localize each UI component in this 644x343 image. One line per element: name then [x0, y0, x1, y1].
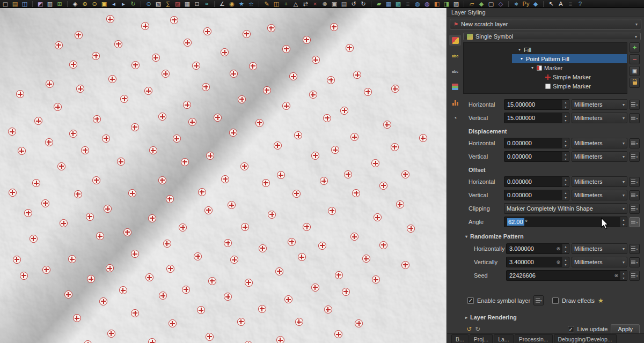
tab-project[interactable]: Proj... [470, 334, 493, 343]
cut-features-icon[interactable]: ⊗ [321, 1, 328, 8]
new-shapefile-icon[interactable]: ▱ [468, 1, 475, 8]
unit-dropdown[interactable]: Millimeters▾ [572, 257, 627, 267]
plugin-manager-icon[interactable]: ◆ [532, 1, 539, 8]
add-mesh-layer-icon[interactable]: ▩ [394, 1, 402, 8]
section-layer-rendering[interactable]: ▸ Layer Rendering [465, 314, 640, 320]
new-project-icon[interactable]: ▢ [2, 1, 9, 8]
masks-tab[interactable]: abc [449, 66, 461, 77]
spin-arrows[interactable]: ▴▾ [562, 100, 569, 109]
new-virtual-layer-icon[interactable]: ◇ [497, 1, 504, 8]
pan-map-icon[interactable]: ◈ [71, 1, 79, 8]
data-source-manager-icon[interactable]: ⊞ [56, 1, 63, 8]
data-defined-override-button[interactable]: ▾ [630, 190, 640, 200]
new-scratch-layer-icon[interactable]: ▢ [487, 1, 495, 8]
data-defined-override-button[interactable]: ▾ [630, 177, 640, 187]
spin-arrows[interactable]: ▴▾ [562, 152, 569, 161]
undo-style-icon[interactable]: ↺ [466, 325, 472, 333]
tab-processing[interactable]: Processin... [515, 334, 553, 343]
python-console-icon[interactable]: Py [522, 1, 530, 8]
seed-spinbox[interactable]: 22426606 ⊗ ▴▾ [506, 270, 627, 281]
add-symbol-layer-button[interactable]: + [630, 42, 640, 53]
zoom-last-icon[interactable]: ◂ [110, 1, 118, 8]
tab-layers[interactable]: La... [494, 334, 513, 343]
add-delimited-text-icon[interactable]: ≡ [404, 1, 412, 8]
apply-button[interactable]: Apply [611, 324, 640, 334]
add-raster-layer-icon[interactable]: ▦ [385, 1, 392, 8]
new-geopackage-icon[interactable]: ◆ [478, 1, 485, 8]
enable-symbol-layer-checkbox[interactable]: ✓ [467, 297, 474, 304]
paste-features-icon[interactable]: ▤ [340, 1, 348, 8]
add-wfs-layer-icon[interactable]: ◨ [443, 1, 450, 8]
deselect-all-icon[interactable]: ▨ [174, 1, 181, 8]
select-features-icon[interactable]: ▧ [155, 1, 162, 8]
unit-dropdown[interactable]: Millimeters▾ [572, 176, 627, 187]
map-tips-icon[interactable]: ◉ [228, 1, 236, 8]
add-spatialite-layer-icon[interactable]: ◍ [423, 1, 431, 8]
horizontal-displacement-spinbox[interactable]: 0.000000 ▴▾ [504, 138, 569, 148]
randomize-horizontal-spinbox[interactable]: 3.000000 ⊗ ▴▾ [506, 243, 569, 254]
add-feature-icon[interactable]: + [282, 1, 290, 8]
select-cursor-icon[interactable]: ↖ [547, 1, 555, 8]
attribute-table-icon[interactable]: ▦ [184, 1, 191, 8]
section-randomize-pattern[interactable]: ▾ Randomize Pattern [465, 233, 640, 240]
vertical-offset-spinbox[interactable]: 0.000000 ▴▾ [504, 190, 569, 200]
add-postgis-layer-icon[interactable]: ◍ [414, 1, 421, 8]
save-edits-icon[interactable]: ◫ [273, 1, 280, 8]
symbol-tree-row-point-pattern-fill[interactable]: ▾ Point Pattern Fill [512, 54, 627, 63]
add-wms-layer-icon[interactable]: ◧ [433, 1, 441, 8]
data-defined-override-button[interactable]: ▾ [630, 244, 640, 254]
undo-icon[interactable]: ↺ [350, 1, 357, 8]
effects-customize-icon[interactable]: ★ [598, 297, 604, 304]
symbology-tab[interactable] [449, 35, 461, 46]
tab-browser[interactable]: B... [451, 334, 469, 343]
move-feature-icon[interactable]: ⇄ [302, 1, 309, 8]
toggle-editing-icon[interactable]: ✎ [263, 1, 270, 8]
symbol-tree-row-simple-marker-2[interactable]: Simple Marker [512, 81, 627, 91]
options-icon[interactable]: ≡ [567, 1, 574, 8]
expand-arrow-icon[interactable]: ▾ [517, 47, 522, 52]
spin-arrows[interactable]: ▴▾ [620, 271, 627, 280]
tab-debugging[interactable]: Debugging/Develop... [554, 334, 617, 343]
unit-dropdown[interactable]: Millimeters▾ [572, 138, 627, 148]
zoom-next-icon[interactable]: ▸ [120, 1, 127, 8]
renderer-selector[interactable]: Single Symbol ▾ [463, 33, 641, 40]
layer-selector[interactable]: ⚑ New scratch layer ▾ [450, 19, 641, 29]
labels-tab[interactable]: abc [449, 50, 461, 61]
symbol-tree-row-fill[interactable]: ▾ Fill [512, 45, 627, 54]
new-bookmark-icon[interactable]: ★ [238, 1, 245, 8]
data-defined-override-button[interactable]: ▾ [533, 295, 544, 305]
expand-arrow-icon[interactable]: ▾ [519, 56, 524, 61]
lock-symbol-layer-button[interactable] [630, 78, 640, 88]
clear-override-icon[interactable]: ⊗ [555, 246, 561, 251]
data-defined-override-button[interactable]: ▾ [630, 257, 640, 267]
angle-spinbox[interactable]: 62.00 ° ▴▾ [504, 217, 627, 227]
clear-override-icon[interactable]: ⊗ [555, 259, 561, 265]
clear-override-icon[interactable]: ⊗ [613, 273, 619, 278]
vertex-tool-icon[interactable]: △ [292, 1, 299, 8]
data-defined-override-button[interactable]: ▾ [630, 271, 640, 281]
view-3d-tab[interactable] [449, 81, 461, 92]
measure-icon[interactable]: ∠ [218, 1, 226, 8]
unit-dropdown[interactable]: Millimeters▾ [572, 243, 627, 254]
symbol-tree-row-marker[interactable]: ▾ Marker [512, 63, 627, 72]
spin-arrows[interactable]: ▴▾ [562, 190, 569, 200]
history-tab[interactable]: ◔ [449, 113, 461, 123]
layout-manager-icon[interactable]: ▥ [46, 1, 54, 8]
horizontal-spacing-spinbox[interactable]: 15.000000 ▴▾ [504, 99, 569, 110]
data-defined-override-button[interactable]: ▾ [630, 100, 640, 110]
spin-arrows[interactable]: ▴▾ [562, 138, 569, 148]
map-canvas[interactable] [0, 8, 447, 343]
unit-dropdown[interactable]: Millimeters▾ [572, 190, 627, 200]
show-bookmarks-icon[interactable]: ☆ [247, 1, 255, 8]
redo-icon[interactable]: ↻ [360, 1, 367, 8]
symbol-tree-row-simple-marker-1[interactable]: Simple Marker [512, 72, 627, 81]
statistics-icon[interactable]: ≈ [203, 1, 210, 8]
select-by-expression-icon[interactable]: ∑ [164, 1, 172, 8]
clipping-dropdown[interactable]: Marker Completely Within Shape▾ [504, 203, 627, 214]
data-defined-override-button[interactable]: ▾ [630, 217, 640, 227]
data-defined-override-button[interactable]: ▾ [630, 113, 640, 123]
identify-features-icon[interactable]: ⊙ [145, 1, 152, 8]
help-icon[interactable]: ? [576, 1, 584, 8]
live-update-checkbox[interactable]: ✓ [568, 326, 574, 332]
add-xyz-layer-icon[interactable]: ▨ [452, 1, 460, 8]
